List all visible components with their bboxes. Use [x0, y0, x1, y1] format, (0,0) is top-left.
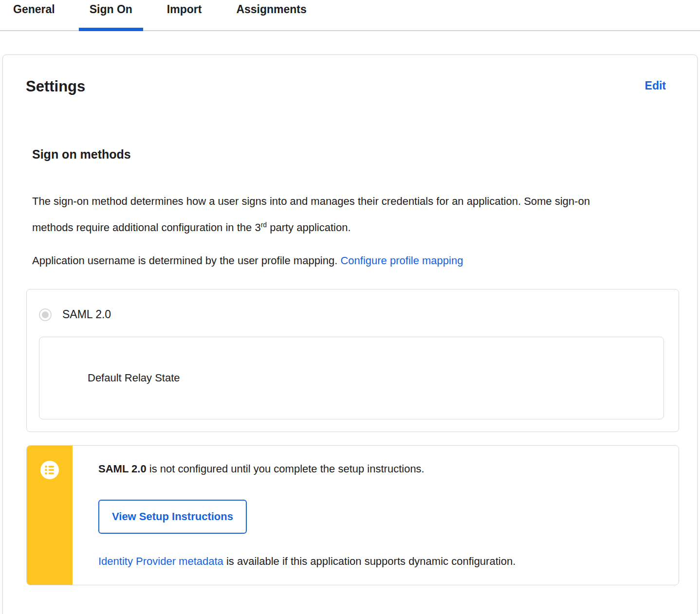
saml-radio-row: SAML 2.0: [39, 308, 664, 321]
settings-card: Settings Edit Sign on methods The sign-o…: [2, 54, 698, 614]
page-title: Settings: [26, 77, 85, 96]
saml-setup-callout: SAML 2.0 is not configured until you com…: [26, 445, 679, 585]
ordinal-superscript: rd: [261, 221, 267, 229]
callout-accent-bar: [27, 446, 73, 585]
callout-message-strong: SAML 2.0: [98, 463, 147, 475]
saml-radio-button[interactable]: [39, 308, 52, 321]
sign-on-description: The sign-on method determines how a user…: [32, 190, 607, 239]
settings-card-content: Sign on methods The sign-on method deter…: [3, 147, 697, 585]
sign-on-methods-heading: Sign on methods: [32, 147, 679, 162]
saml-radio-label: SAML 2.0: [62, 308, 111, 321]
radio-dot: [42, 311, 49, 318]
metadata-line: Identity Provider metadata is available …: [98, 554, 659, 569]
settings-card-header: Settings Edit: [3, 55, 697, 96]
description-text-tail: party application.: [267, 221, 350, 234]
default-relay-state-field: Default Relay State: [39, 337, 664, 419]
default-relay-state-label: Default Relay State: [88, 372, 180, 384]
callout-message: SAML 2.0 is not configured until you com…: [98, 462, 659, 476]
list-icon: [40, 461, 59, 481]
view-setup-instructions-button[interactable]: View Setup Instructions: [98, 500, 247, 534]
edit-link[interactable]: Edit: [645, 77, 666, 94]
application-username-line: Application username is determined by th…: [32, 252, 679, 270]
callout-body: SAML 2.0 is not configured until you com…: [73, 446, 679, 585]
tab-bar: General Sign On Import Assignments: [0, 0, 700, 31]
tab-assignments[interactable]: Assignments: [225, 0, 317, 30]
saml-method-box: SAML 2.0 Default Relay State: [26, 289, 679, 432]
callout-message-text: is not configured until you complete the…: [147, 463, 424, 475]
identity-provider-metadata-link[interactable]: Identity Provider metadata: [98, 555, 223, 567]
configure-profile-mapping-link[interactable]: Configure profile mapping: [340, 254, 463, 267]
tab-general[interactable]: General: [2, 0, 66, 30]
tab-sign-on[interactable]: Sign On: [79, 0, 143, 30]
username-text: Application username is determined by th…: [32, 254, 340, 267]
metadata-line-text: is available if this application support…: [223, 555, 516, 567]
tab-import[interactable]: Import: [156, 0, 213, 30]
